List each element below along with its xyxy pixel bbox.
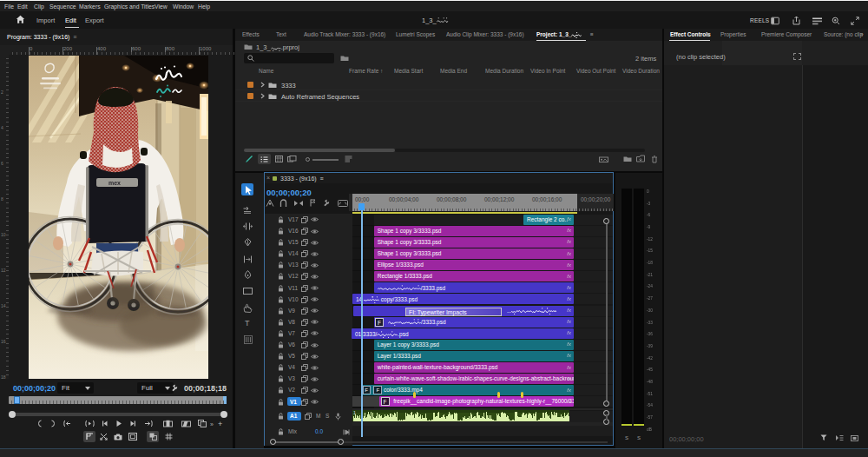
svg-text:mex: mex	[108, 180, 121, 186]
